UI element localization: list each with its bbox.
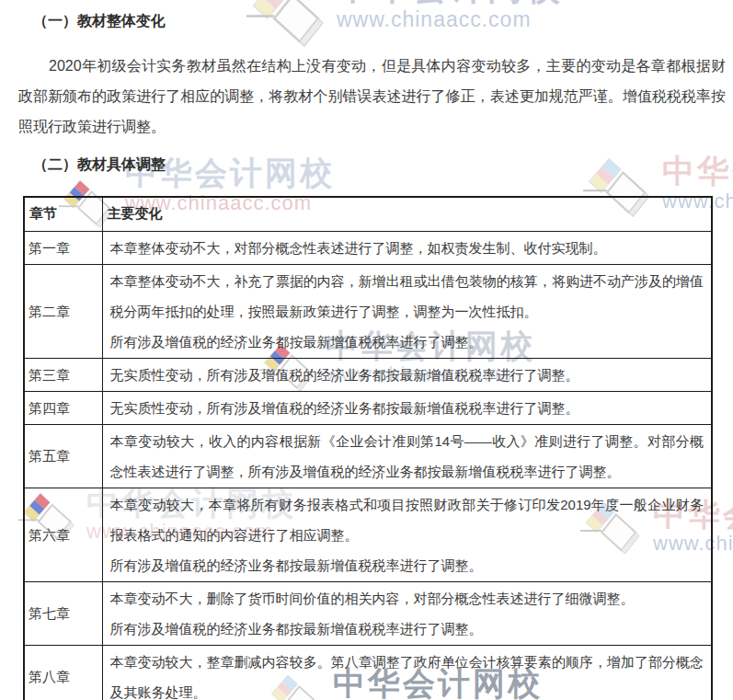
header-chapter: 章节 [24, 197, 102, 231]
change-text: 所有涉及增值税的经济业务都按最新增值税税率进行了调整。 [110, 550, 704, 580]
changes-cell: 本章变动不大，删除了货币时间价值的相关内容，对部分概念性表述进行了细微调整。 所… [102, 581, 712, 645]
change-text: 无实质性变动，所有涉及增值税的经济业务都按最新增值税税率进行了调整。 [110, 360, 704, 390]
changes-cell: 本章整体变动不大，补充了票据的内容，新增出租或出借包装物的核算，将购进不动产涉及… [102, 264, 712, 358]
document-page: { "colors": { "text": "#3b3b3b", "table_… [0, 0, 733, 700]
changes-cell: 无实质性变动，所有涉及增值税的经济业务都按最新增值税税率进行了调整。 [102, 391, 712, 424]
header-changes: 主要变化 [102, 197, 712, 231]
change-text: 本章整体变动不大，对部分概念性表述进行了调整，如权责发生制、收付实现制。 [110, 233, 704, 263]
chapter-cell: 第一章 [24, 231, 102, 264]
change-text: 所有涉及增值税的经济业务都按最新增值税税率进行了调整。 [110, 327, 704, 357]
change-text: 本章变动较大，收入的内容根据新《企业会计准则第14号——收入》准则进行了调整。对… [110, 426, 704, 487]
change-text: 本章变动较大，整章删减内容较多。第八章调整了政府单位会计核算要素的顺序，增加了部… [110, 647, 704, 700]
change-text: 本章整体变动不大，补充了票据的内容，新增出租或出借包装物的核算，将购进不动产涉及… [110, 266, 704, 327]
table-row: 第六章 本章变动较大，本章将所有财务报表格式和项目按照财政部关于修订印发2019… [24, 488, 712, 581]
change-text: 所有涉及增值税的经济业务都按最新增值税税率进行了调整。 [110, 614, 704, 644]
change-text: 本章变动不大，删除了货币时间价值的相关内容，对部分概念性表述进行了细微调整。 [110, 583, 704, 614]
changes-cell: 本章变动较大，本章将所有财务报表格式和项目按照财政部关于修订印发2019年度一般… [102, 488, 712, 581]
table-row: 第七章 本章变动不大，删除了货币时间价值的相关内容，对部分概念性表述进行了细微调… [24, 581, 712, 645]
changes-cell: 本章整体变动不大，对部分概念性表述进行了调整，如权责发生制、收付实现制。 [102, 231, 712, 264]
table-row: 第四章 无实质性变动，所有涉及增值税的经济业务都按最新增值税税率进行了调整。 [24, 391, 712, 424]
changes-cell: 本章变动较大，整章删减内容较多。第八章调整了政府单位会计核算要素的顺序，增加了部… [102, 645, 712, 700]
table-row: 第一章 本章整体变动不大，对部分概念性表述进行了调整，如权责发生制、收付实现制。 [24, 231, 712, 264]
change-text: 无实质性变动，所有涉及增值税的经济业务都按最新增值税税率进行了调整。 [110, 393, 704, 423]
chapter-cell: 第八章 [24, 645, 102, 700]
changes-cell: 本章变动较大，收入的内容根据新《企业会计准则第14号——收入》准则进行了调整。对… [102, 424, 712, 488]
chapter-cell: 第四章 [24, 391, 102, 424]
changes-cell: 无实质性变动，所有涉及增值税的经济业务都按最新增值税税率进行了调整。 [102, 358, 712, 391]
chapter-cell: 第五章 [24, 424, 102, 488]
section1-title: （一）教材整体变化 [33, 0, 733, 31]
chapter-cell: 第二章 [24, 264, 102, 358]
document-content: （一）教材整体变化 2020年初级会计实务教材虽然在结构上没有变动，但是具体内容… [0, 0, 733, 700]
chapter-cell: 第三章 [24, 358, 102, 391]
table-row: 第二章 本章整体变动不大，补充了票据的内容，新增出租或出借包装物的核算，将购进不… [24, 264, 712, 358]
section2-title: （二）教材具体调整 [33, 155, 733, 175]
chapter-cell: 第七章 [24, 581, 102, 645]
table-row: 第三章 无实质性变动，所有涉及增值税的经济业务都按最新增值税税率进行了调整。 [24, 358, 712, 391]
table-header-row: 章节 主要变化 [24, 197, 712, 231]
chapter-cell: 第六章 [24, 488, 102, 581]
change-text: 本章变动较大，本章将所有财务报表格式和项目按照财政部关于修订印发2019年度一般… [110, 489, 704, 550]
table-row: 第八章 本章变动较大，整章删减内容较多。第八章调整了政府单位会计核算要素的顺序，… [24, 645, 712, 700]
chapter-changes-table: 章节 主要变化 第一章 本章整体变动不大，对部分概念性表述进行了调整，如权责发生… [23, 196, 713, 700]
table-row: 第五章 本章变动较大，收入的内容根据新《企业会计准则第14号——收入》准则进行了… [24, 424, 712, 488]
intro-paragraph: 2020年初级会计实务教材虽然在结构上没有变动，但是具体内容变动较多，主要的变动… [18, 51, 726, 142]
